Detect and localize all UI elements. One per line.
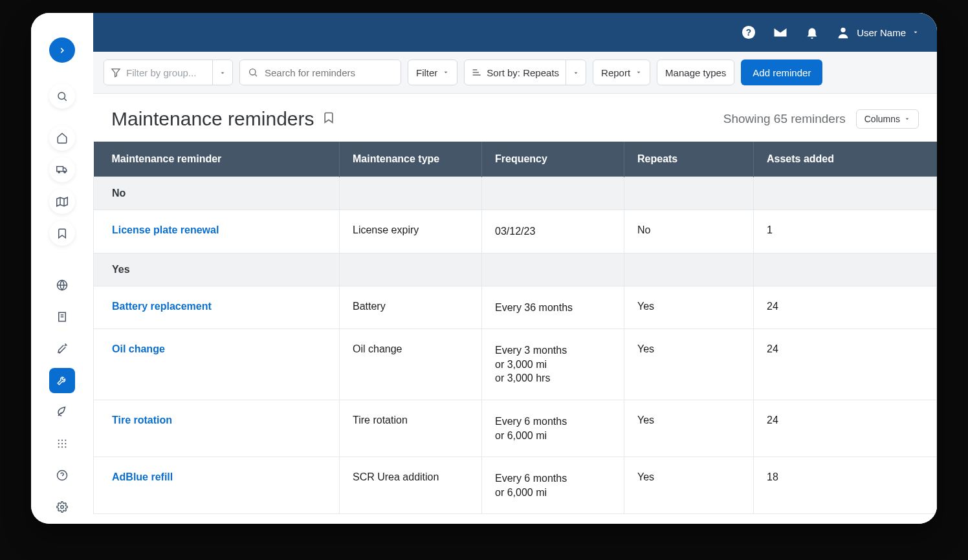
svg-point-20 (61, 446, 63, 447)
leaf-icon (56, 406, 68, 418)
report-dropdown[interactable]: Report (593, 59, 650, 85)
svg-point-16 (58, 443, 60, 444)
search-reminders-input[interactable] (239, 59, 401, 85)
sidebar-fleet[interactable] (49, 157, 75, 182)
reminder-link[interactable]: Tire rotation (112, 415, 172, 425)
sidebar-home[interactable] (49, 125, 75, 151)
sidebar-search[interactable] (49, 83, 75, 109)
cell-repeats: Yes (624, 400, 754, 457)
table-row: License plate renewalLicense expiry03/12… (94, 210, 937, 253)
filterbar: Filter by group... Filter Sort by: Repea… (93, 52, 937, 94)
svg-point-15 (65, 440, 66, 441)
sidebar-maintenance[interactable] (49, 368, 75, 393)
bell-icon (805, 25, 819, 39)
cell-type: Battery (340, 286, 482, 329)
filter-dropdown[interactable]: Filter (408, 59, 457, 85)
columns-label: Columns (864, 114, 900, 124)
cell-assets: 24 (754, 329, 937, 400)
reminders-table-wrap: Maintenance reminder Maintenance type Fr… (93, 142, 937, 524)
chevron-right-icon (58, 46, 67, 55)
notifications-button[interactable] (805, 25, 819, 39)
col-header-reminder[interactable]: Maintenance reminder (94, 142, 340, 177)
search-field[interactable] (265, 67, 393, 78)
cell-repeats: Yes (624, 457, 754, 514)
filter-icon (111, 67, 121, 78)
caret-down-icon (443, 69, 449, 76)
svg-point-4 (64, 171, 65, 173)
cell-type: Tire rotation (340, 400, 482, 457)
sidebar-receipt[interactable] (49, 305, 75, 330)
cell-type: Oil change (340, 329, 482, 400)
page-header: Maintenance reminders Showing 65 reminde… (93, 94, 937, 142)
group-row[interactable]: Yes (94, 253, 937, 286)
bookmark-icon (322, 111, 335, 124)
filter-label: Filter (416, 67, 437, 78)
cell-frequency: Every 3 monthsor 3,000 mior 3,000 hrs (482, 329, 624, 400)
caret-down-icon (904, 116, 910, 122)
home-icon (56, 132, 68, 144)
sidebar-eco[interactable] (49, 400, 75, 425)
grid-icon (56, 438, 68, 449)
table-row: Oil changeOil changeEvery 3 monthsor 3,0… (94, 329, 937, 400)
sidebar-help[interactable] (49, 463, 75, 488)
col-header-type[interactable]: Maintenance type (340, 142, 482, 177)
messages-button[interactable] (773, 25, 788, 40)
sidebar-syringe[interactable] (49, 336, 75, 361)
help-circle-icon (56, 469, 68, 481)
sidebar-globe[interactable] (49, 272, 75, 297)
cell-frequency: Every 36 months (482, 286, 624, 329)
wrench-icon (56, 374, 68, 386)
add-reminder-label: Add reminder (753, 67, 811, 78)
table-row: Battery replacementBatteryEvery 36 month… (94, 286, 937, 329)
svg-point-17 (61, 443, 63, 444)
filter-group-dropdown[interactable]: Filter by group... (104, 59, 233, 85)
user-menu[interactable]: User Name (836, 25, 919, 39)
cell-frequency: 03/12/23 (482, 210, 624, 253)
svg-marker-28 (112, 69, 120, 77)
help-filled-icon: ? (742, 25, 756, 39)
sidebar-toggle[interactable] (49, 38, 75, 63)
add-reminder-button[interactable]: Add reminder (741, 59, 822, 85)
svg-marker-5 (57, 197, 68, 206)
cell-frequency: Every 6 monthsor 6,000 mi (482, 457, 624, 514)
caret-down-icon (219, 70, 226, 76)
sort-icon (471, 67, 481, 78)
reminder-link[interactable]: Battery replacement (112, 301, 212, 312)
group-row[interactable]: No (94, 177, 937, 210)
col-header-assets[interactable]: Assets added (754, 142, 937, 177)
reminder-link[interactable]: License plate renewal (112, 224, 219, 235)
svg-point-27 (841, 28, 845, 32)
topbar: ? User Name (93, 13, 937, 52)
report-label: Report (601, 67, 630, 78)
cell-assets: 18 (754, 457, 937, 514)
syringe-icon (56, 343, 68, 354)
help-button[interactable]: ? (742, 25, 756, 39)
main-content: ? User Name Filter by group... (93, 13, 937, 524)
cell-type: SCR Urea addition (340, 457, 482, 514)
reminder-link[interactable]: AdBlue refill (112, 471, 173, 482)
receipt-icon (56, 311, 68, 323)
svg-point-21 (65, 446, 66, 447)
reminder-link[interactable]: Oil change (112, 343, 165, 354)
globe-icon (56, 279, 68, 291)
sidebar-settings[interactable] (49, 495, 75, 520)
col-header-frequency[interactable]: Frequency (482, 142, 624, 177)
sort-label: Sort by: Repeats (487, 67, 559, 78)
sort-dropdown[interactable]: Sort by: Repeats (464, 59, 586, 85)
sidebar-apps[interactable] (49, 431, 75, 457)
sidebar-map[interactable] (49, 189, 75, 214)
svg-rect-2 (57, 167, 63, 172)
svg-text:?: ? (746, 28, 751, 38)
cell-type: License expiry (340, 210, 482, 253)
svg-point-29 (250, 69, 256, 75)
svg-point-14 (61, 440, 63, 441)
bookmark-page-button[interactable] (322, 111, 335, 127)
search-icon (248, 67, 258, 78)
manage-types-label: Manage types (665, 67, 726, 78)
svg-point-24 (61, 506, 64, 509)
manage-types-button[interactable]: Manage types (657, 59, 734, 85)
sidebar-bookmarks[interactable] (49, 221, 75, 246)
col-header-repeats[interactable]: Repeats (624, 142, 754, 177)
columns-dropdown[interactable]: Columns (856, 109, 919, 129)
cell-assets: 1 (754, 210, 937, 253)
